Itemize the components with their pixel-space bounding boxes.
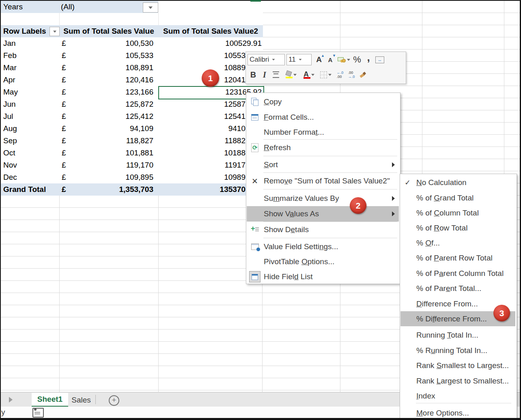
hide-field-list-icon [249, 271, 260, 282]
gridline [158, 13, 159, 25]
menu-item-format-cells[interactable]: Format Cells... [247, 110, 399, 125]
submenu-item-pct-of-parent-column-total[interactable]: % of Parent Column Total [400, 266, 515, 281]
show-values-as-submenu: ✓ No Calculation % of Grand Total % of C… [400, 174, 517, 420]
grow-font-button[interactable]: A ▲ [314, 54, 324, 65]
currency-symbol: £ [62, 98, 66, 110]
filter-dropdown-button[interactable] [143, 2, 158, 13]
row-label: Aug [3, 123, 17, 135]
menu-item-number-format[interactable]: Number Format... [247, 125, 399, 140]
italic-button[interactable]: I [260, 69, 269, 80]
row-label: Nov [3, 159, 17, 171]
format-painter-button[interactable] [358, 69, 368, 80]
value-field-settings-icon [249, 241, 260, 252]
value-cell: 123,166 [81, 86, 153, 98]
value-cell: 101,881 [81, 147, 153, 159]
submenu-item-pct-of-parent-total[interactable]: % of Parent Total... [400, 281, 515, 296]
row-label: Dec [3, 171, 17, 183]
submenu-item-pct-of-parent-row-total[interactable]: % of Parent Row Total [400, 250, 515, 265]
borders-button[interactable] [318, 69, 334, 80]
currency-symbol: £ [62, 74, 66, 86]
menu-item-pivottable-options[interactable]: PivotTable Options... [247, 254, 399, 269]
currency-symbol: £ [62, 123, 66, 135]
menu-item-show-details[interactable]: Show Details [247, 222, 399, 237]
font-name-combo[interactable]: Calibri [248, 54, 285, 65]
submenu-item-rank-largest-to-smallest[interactable]: Rank Largest to Smallest... [400, 373, 515, 388]
bold-button[interactable]: B [248, 69, 258, 80]
submenu-item-pct-of-column-total[interactable]: % of Column Total [400, 205, 515, 220]
decrease-decimal-icon: →.0 [348, 75, 355, 79]
menu-item-copy[interactable]: Copy [247, 94, 399, 110]
decimal-digits: .00 [348, 71, 353, 75]
font-color-button[interactable]: A [300, 69, 316, 80]
submenu-arrow-icon [392, 196, 395, 201]
sheet-tab-sales[interactable]: Sales [68, 393, 94, 407]
chevron-down-icon [149, 6, 153, 9]
italic-icon: I [263, 70, 266, 80]
menu-item-value-field-settings[interactable]: Value Field Settings... [247, 239, 399, 254]
value-cell: 118,827 [81, 135, 153, 147]
value2-cell: 11882 [170, 135, 245, 147]
currency-symbol: £ [62, 110, 66, 123]
value-cell: 120,416 [81, 74, 153, 86]
window-border [0, 0, 1, 420]
column2-header: Sum of Total Sales Value2 [158, 25, 263, 37]
accounting-format-button[interactable] [337, 54, 351, 65]
menu-item-refresh[interactable]: Refresh [247, 140, 399, 155]
row-labels-header: Row Labels [3, 25, 46, 37]
submenu-item-running-total-in[interactable]: Running Total In... [400, 327, 515, 342]
menu-item-hide-field-list[interactable]: Hide Field List [247, 269, 399, 284]
increase-decimal-button[interactable]: ←.0 .00 [335, 69, 345, 80]
shrink-font-button[interactable]: A ▼ [325, 54, 335, 65]
value2-cell: 12587 [170, 98, 245, 110]
value-cell: 125,412 [81, 110, 153, 123]
decrease-decimal-button[interactable]: .00 →.0 [347, 69, 356, 80]
submenu-item-pct-of-grand-total[interactable]: % of Grand Total [400, 190, 515, 205]
fill-color-bar [286, 77, 293, 78]
font-color-bar [304, 77, 310, 79]
font-color-icon: A [303, 70, 310, 79]
row-label: Apr [3, 74, 15, 86]
value-cell: 1,353,703 [81, 183, 153, 196]
font-size-combo[interactable]: 11 [286, 54, 312, 65]
macro-record-icon[interactable] [32, 408, 44, 418]
menu-item-remove-field[interactable]: ✕ Remove "Sum of Total Sales Value2" [247, 173, 399, 189]
value2-cell: 100529.91 [170, 37, 262, 50]
submenu-item-rank-smallest-to-largest[interactable]: Rank Smallest to Largest... [400, 358, 515, 373]
chevron-down-icon [293, 74, 297, 76]
submenu-item-index[interactable]: Index [400, 388, 515, 403]
submenu-item-pct-of[interactable]: % Of... [400, 235, 515, 250]
callout-badge-2: 2 [350, 197, 366, 214]
sheet-tab-sheet1[interactable]: Sheet1 [32, 393, 68, 407]
row-labels-filter-button[interactable] [50, 27, 60, 36]
menu-separator [416, 403, 511, 403]
new-sheet-button[interactable]: + [109, 395, 119, 406]
percent-style-button[interactable]: % [352, 54, 362, 65]
autofit-column-width-button[interactable]: ↔ [375, 54, 385, 65]
fill-color-button[interactable] [282, 69, 299, 80]
currency-symbol: £ [62, 86, 66, 98]
menu-item-show-values-as[interactable]: Show Values As [247, 206, 399, 222]
currency-symbol: £ [62, 135, 66, 147]
tab-scroll-right-icon[interactable] [9, 397, 13, 403]
remove-icon: ✕ [249, 175, 260, 187]
submenu-item-pct-running-total-in[interactable]: % Running Total In... [400, 343, 515, 358]
submenu-item-pct-of-row-total[interactable]: % of Row Total [400, 220, 515, 235]
increase-decimal-icon: ←.0 [337, 71, 344, 75]
submenu-item-no-calculation[interactable]: ✓ No Calculation [400, 175, 515, 190]
menu-item-sort[interactable]: Sort [247, 157, 399, 172]
autofit-icon: ↔ [375, 56, 384, 63]
show-details-icon [249, 224, 260, 235]
plus-icon: + [112, 396, 116, 404]
filter-row-band [1, 1, 158, 13]
value-cell: 105,533 [81, 50, 153, 62]
format-cells-icon [249, 112, 260, 123]
tab-divider [95, 395, 96, 404]
chevron-down-icon [311, 74, 314, 76]
comma-style-button[interactable]: , [364, 54, 373, 65]
comma-icon: , [367, 55, 370, 59]
gridline [59, 13, 60, 25]
status-mode-text: y [1, 408, 5, 417]
align-center-button[interactable] [271, 69, 281, 80]
menu-item-summarize-values-by[interactable]: Summarize Values By [247, 191, 399, 206]
context-menu: Copy Format Cells... Number Format... Re… [246, 93, 400, 284]
